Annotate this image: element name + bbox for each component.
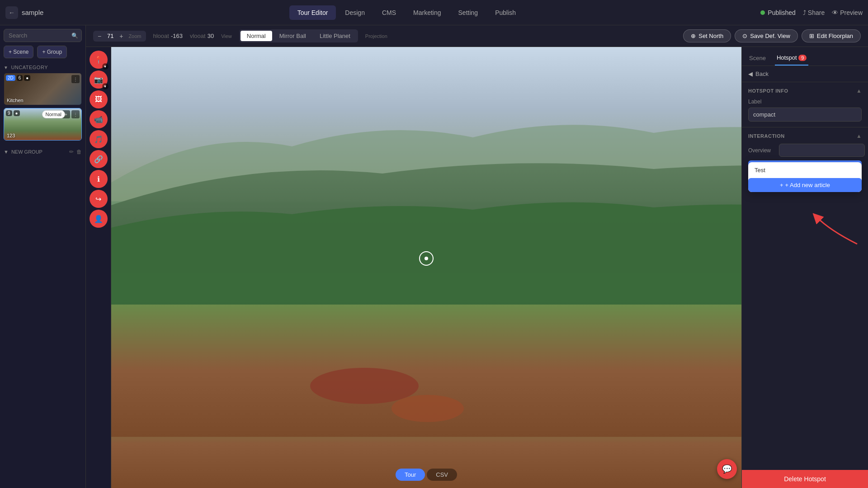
scene-thumbnail-kitchen: 2D 6 ● ⋮ Kitchen [4,73,81,105]
project-name: sample [22,9,43,16]
top-nav: ← sample Tour Editor Design CMS Marketin… [0,0,868,25]
interaction-header: INTERACTION ▲ [748,133,862,139]
tool-music[interactable]: 🎵 [90,130,108,148]
zoom-plus-btn[interactable]: + [119,33,123,40]
nav-tab-tour-editor[interactable]: Tour Editor [289,5,336,20]
tab-csv[interactable]: CSV [427,469,457,481]
save-def-view-btn[interactable]: ⊙ Save Def. View [735,29,798,42]
scene-menu-btn-landscape[interactable]: ⋮ [71,110,80,118]
svg-point-3 [392,395,464,422]
nav-tab-marketing[interactable]: Marketing [405,5,449,20]
proj-planet-btn[interactable]: Little Planet [313,31,357,41]
add-scene-button[interactable]: + Scene [4,46,33,58]
proj-mirror-btn[interactable]: Mirror Ball [273,31,312,41]
projection-label: Projection [365,33,387,39]
back-panel-button[interactable]: ◀ Back [742,66,868,82]
scene-normal-tag: Normal [42,110,65,118]
delete-hotspot-btn[interactable]: Delete Hotspot [742,470,868,488]
overview-input[interactable] [779,144,865,157]
add-new-article-label: + Add new article [785,182,830,188]
scene-list: 2D 6 ● ⋮ Kitchen 9 ● [0,73,85,141]
label-field-label: Label [748,99,862,105]
save-icon: ⊙ [742,33,747,39]
search-bar-container: 🔍 [0,25,85,46]
dropdown-popup: Test + + Add new article [748,162,862,192]
scene-item-landscape[interactable]: 9 ● + ⋮ 123 Normal [4,108,82,141]
landscape-svg [111,47,741,488]
projection-tabs: Normal Mirror Ball Little Planet [239,29,358,42]
share-button[interactable]: ⤴ Share [803,9,825,16]
dropdown-item-test[interactable]: Test [748,162,862,178]
zoom-minus-btn[interactable]: − [98,33,101,40]
nav-tab-publish[interactable]: Publish [487,5,524,20]
nav-right: Published ⤴ Share 👁 Preview [760,9,863,16]
tool-info[interactable]: ℹ [90,170,108,188]
tab-scene[interactable]: Scene [747,51,768,66]
nav-tab-design[interactable]: Design [337,5,373,20]
tool-video[interactable]: 📹 [90,110,108,128]
hotspot-inner [425,257,428,260]
share-icon: ⤴ [803,9,806,16]
add-new-article-btn[interactable]: + + Add new article [748,178,862,192]
plus-icon: + [780,182,783,188]
vlooat-label: vlooat [190,33,206,39]
add-group-button[interactable]: + Group [37,46,67,58]
nav-tab-setting[interactable]: Setting [450,5,486,20]
tool-link[interactable]: 🔗 [90,150,108,168]
badge-dot-landscape: ● [14,110,20,116]
edit-floorplan-btn[interactable]: ⊞ Edit Floorplan [802,29,861,42]
back-button[interactable]: ← [5,6,18,19]
panorama-background: Tour CSV [111,47,741,488]
group-actions: ✏ 🗑 [69,149,82,155]
badge-dot: ● [24,75,30,81]
chat-fab[interactable]: 💬 [717,459,737,479]
scene-badges-landscape: 9 ● [6,110,20,116]
hotspot-tab-label: Hotspot [777,54,797,61]
uncategory-label: UNCATEGORY [11,65,48,70]
preview-button[interactable]: 👁 Preview [832,9,863,16]
tool-user[interactable]: 👤 [90,210,108,228]
action-buttons: ⊕ Set North ⊙ Save Def. View ⊞ Edit Floo… [683,29,861,42]
scene-actions-kitchen: ⋮ [71,75,80,83]
group-edit-btn[interactable]: ✏ [69,149,74,155]
badge-count-9: 9 [6,110,12,116]
badge-2d: 2D [6,75,15,81]
back-label: Back [755,70,769,77]
hotspot-info-collapse-btn[interactable]: ▲ [856,88,862,94]
panorama-viewport[interactable]: Tour CSV [111,47,741,488]
tool-share[interactable]: ↪ [90,190,108,208]
chevron-icon-camera: ▼ [102,83,108,89]
view-label: View [221,33,232,39]
tool-camera[interactable]: 📷 ▼ [90,70,108,89]
label-input[interactable] [748,108,862,122]
badge-count-6: 6 [17,75,23,81]
panel-spacer [742,231,868,470]
hotspot-marker[interactable] [419,251,434,266]
right-panel-tabs: Scene Hotspot 9 [742,47,868,66]
scene-item-kitchen[interactable]: 2D 6 ● ⋮ Kitchen [4,73,82,105]
proj-normal-btn[interactable]: Normal [241,31,272,41]
zoom-control: − 71 + Zoom [93,31,146,42]
tool-photo[interactable]: 🖼 [90,90,108,108]
search-icon: 🔍 [71,33,78,39]
group-delete-btn[interactable]: 🗑 [76,149,82,155]
toolbar-area: − 71 + Zoom hlooat -163 vlooat 30 View [86,25,868,47]
tab-tour[interactable]: Tour [396,469,425,481]
vlooat-value: 30 [208,33,214,39]
scene-badges: 2D 6 ● [6,75,30,81]
search-input[interactable] [4,29,82,42]
preview-label: Preview [840,9,863,16]
set-north-label: Set North [698,33,723,39]
nav-tab-cms[interactable]: CMS [374,5,404,20]
bottom-tabs: Tour CSV [396,469,457,481]
tool-location[interactable]: 📍 ▼ [90,51,108,69]
tab-hotspot[interactable]: Hotspot 9 [775,51,809,66]
set-north-btn[interactable]: ⊕ Set North [683,29,731,42]
icon-toolbar: 📍 ▼ 📷 ▼ 🖼 📹 🎵 🔗 ℹ ↪ 👤 [86,47,111,488]
scene-menu-btn-kitchen[interactable]: ⋮ [71,75,80,83]
edit-floorplan-label: Edit Floorplan [817,33,853,39]
eye-icon: 👁 [832,9,838,16]
interaction-collapse-btn[interactable]: ▲ [856,133,862,139]
nav-tabs: Tour Editor Design CMS Marketing Setting… [56,5,757,20]
group-header: ▼ NEW GROUP ✏ 🗑 [0,146,85,158]
